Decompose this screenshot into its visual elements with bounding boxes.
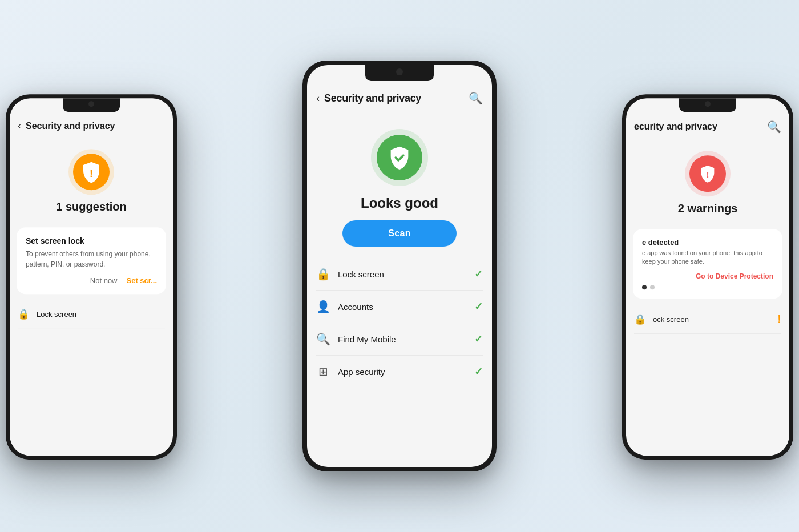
- left-status-area: ! 1 suggestion: [10, 138, 173, 220]
- card-dots: [642, 285, 773, 289]
- right-warning-card: e detected e app was found on your phone…: [633, 229, 782, 299]
- center-screen-content: ‹ Security and privacy 🔍: [307, 65, 492, 467]
- lock-screen-check-icon: ✓: [474, 268, 483, 280]
- right-header: ecurity and privacy 🔍: [626, 113, 789, 139]
- left-status-text: 1 suggestion: [56, 200, 126, 213]
- left-status-circle-outer: !: [68, 149, 114, 195]
- dot-2: [650, 285, 655, 289]
- phone-right: ecurity and privacy 🔍 ! 2 warnings: [622, 94, 793, 460]
- lock-screen-label: Lock screen: [37, 310, 76, 319]
- left-status-circle-inner: !: [73, 154, 110, 190]
- left-menu-list: 🔒 Lock screen: [10, 301, 173, 328]
- right-shield-icon: !: [698, 164, 717, 183]
- right-status-area: ! 2 warnings: [626, 139, 789, 222]
- scan-button[interactable]: Scan: [342, 220, 456, 247]
- lock-screen-menu-item[interactable]: 🔒 Lock screen ✓: [316, 258, 483, 291]
- app-security-item-left: ⊞ App security: [316, 365, 385, 378]
- find-my-mobile-check-icon: ✓: [474, 333, 483, 345]
- find-my-mobile-label: Find My Mobile: [338, 334, 396, 344]
- accounts-icon: 👤: [316, 300, 330, 313]
- left-back-arrow[interactable]: ‹: [18, 120, 21, 132]
- center-search-icon[interactable]: 🔍: [469, 91, 483, 105]
- lock-icon: 🔒: [18, 308, 30, 320]
- right-lock-screen-item[interactable]: 🔒 ock screen !: [634, 305, 781, 334]
- app-security-icon: ⊞: [316, 365, 330, 378]
- not-now-button[interactable]: Not now: [90, 276, 118, 285]
- right-status-circle-outer: !: [685, 151, 731, 196]
- center-menu-list: 🔒 Lock screen ✓ 👤 Accounts ✓: [307, 258, 492, 388]
- right-status-text: 2 warnings: [678, 202, 737, 215]
- suggestion-actions: Not now Set scr...: [26, 276, 157, 285]
- find-my-mobile-item-left: 🔍 Find My Mobile: [316, 332, 396, 346]
- center-status-area: Looks good Scan: [307, 112, 492, 258]
- left-lock-screen-item[interactable]: 🔒 Lock screen: [18, 301, 165, 328]
- lock-screen-item-left: 🔒 Lock screen: [316, 267, 384, 281]
- warning-desc: e app was found on your phone. this app …: [642, 249, 773, 267]
- center-phone-camera: [396, 68, 403, 75]
- left-header: ‹ Security and privacy: [10, 113, 173, 138]
- right-menu-list: 🔒 ock screen !: [626, 305, 789, 334]
- app-security-check-icon: ✓: [474, 365, 483, 378]
- right-lock-icon: 🔒: [634, 313, 646, 325]
- set-screen-button[interactable]: Set scr...: [127, 276, 157, 285]
- accounts-label: Accounts: [338, 302, 373, 312]
- left-phone-screen: ‹ Security and privacy !: [10, 98, 173, 456]
- right-header-left: ecurity and privacy: [634, 122, 717, 132]
- left-screen-title: Security and privacy: [26, 121, 115, 131]
- left-suggestion-card: Set screen lock To prevent others from u…: [17, 227, 166, 294]
- phone-left: ‹ Security and privacy !: [6, 94, 177, 460]
- left-shield-icon: !: [79, 160, 103, 184]
- right-status-circle-inner: !: [689, 155, 726, 192]
- center-back-arrow[interactable]: ‹: [316, 92, 320, 104]
- center-shield-check-icon: [386, 144, 413, 171]
- center-status-circle-outer: [371, 129, 428, 186]
- left-lock-screen-left: 🔒 Lock screen: [18, 308, 76, 320]
- accounts-check-icon: ✓: [474, 300, 483, 313]
- find-my-mobile-icon: 🔍: [316, 332, 330, 346]
- left-screen-content: ‹ Security and privacy !: [10, 98, 173, 456]
- right-screen-title: ecurity and privacy: [634, 122, 717, 132]
- right-screen-content: ecurity and privacy 🔍 ! 2 warnings: [626, 98, 789, 456]
- svg-text:!: !: [90, 168, 93, 179]
- accounts-menu-item[interactable]: 👤 Accounts ✓: [316, 291, 483, 323]
- center-status-text: Looks good: [361, 195, 438, 211]
- warning-title: e detected: [642, 238, 773, 247]
- left-header-left: ‹ Security and privacy: [18, 120, 115, 132]
- phone-center: ‹ Security and privacy 🔍: [302, 61, 497, 471]
- right-search-icon[interactable]: 🔍: [767, 120, 781, 134]
- dot-1: [642, 285, 647, 289]
- suggestion-desc: To prevent others from using your phone,…: [26, 249, 157, 269]
- app-security-menu-item[interactable]: ⊞ App security ✓: [316, 356, 483, 388]
- suggestion-title: Set screen lock: [26, 236, 157, 245]
- right-lock-screen-label: ock screen: [653, 315, 689, 324]
- center-phone-screen: ‹ Security and privacy 🔍: [307, 65, 492, 467]
- right-warning-icon: !: [777, 313, 781, 326]
- lock-screen-label: Lock screen: [338, 269, 384, 279]
- right-phone-camera: [705, 101, 711, 107]
- find-my-mobile-menu-item[interactable]: 🔍 Find My Mobile ✓: [316, 323, 483, 356]
- center-header: ‹ Security and privacy 🔍: [307, 82, 492, 112]
- svg-text:!: !: [707, 170, 709, 179]
- center-header-left: ‹ Security and privacy: [316, 92, 421, 104]
- lock-screen-icon: 🔒: [316, 267, 330, 281]
- left-phone-camera: [88, 101, 94, 107]
- center-screen-title: Security and privacy: [324, 92, 421, 104]
- app-security-label: App security: [338, 367, 385, 377]
- right-phone-screen: ecurity and privacy 🔍 ! 2 warnings: [626, 98, 789, 456]
- accounts-item-left: 👤 Accounts: [316, 300, 373, 313]
- right-lock-screen-left: 🔒 ock screen: [634, 313, 689, 325]
- go-to-device-protection-link[interactable]: Go to Device Protection: [642, 272, 773, 280]
- phones-container: ‹ Security and privacy !: [143, 32, 656, 500]
- center-status-circle-inner: [377, 135, 422, 180]
